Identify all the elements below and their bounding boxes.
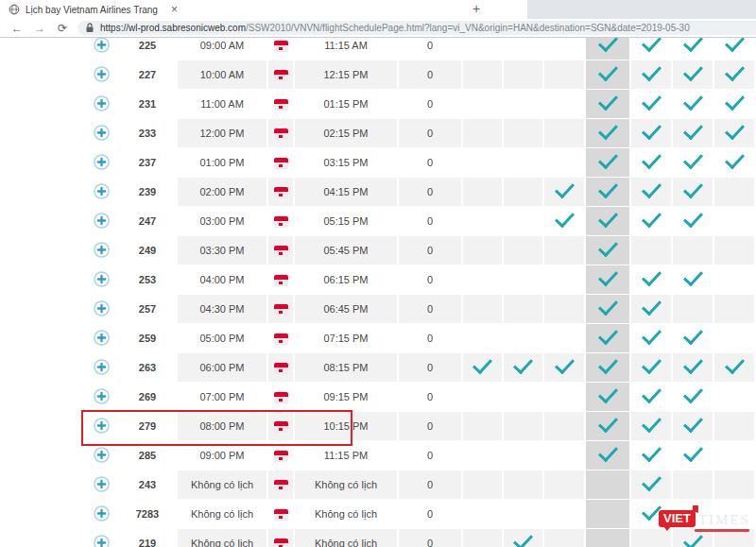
stops-count: 0 — [399, 119, 461, 147]
globe-favicon-icon — [9, 4, 20, 15]
airline-logo-icon — [274, 128, 288, 140]
flight-number: 7283 — [119, 500, 176, 528]
flight-number: 231 — [119, 90, 176, 118]
availability-cell — [673, 60, 713, 89]
expand-button[interactable] — [85, 412, 117, 440]
availability-cell — [714, 324, 754, 352]
airline-logo-icon — [274, 70, 288, 81]
availability-cell — [714, 38, 754, 60]
departure-time: 12:00 PM — [178, 119, 266, 147]
flight-number: 269 — [119, 383, 176, 411]
tab-close-icon[interactable]: × — [171, 4, 178, 15]
airline-logo-icon — [274, 158, 288, 169]
checkmark-icon — [641, 442, 661, 462]
availability-cell — [631, 383, 671, 411]
availability-cell — [586, 500, 629, 528]
checkmark-icon — [513, 530, 533, 547]
expand-button[interactable] — [85, 60, 117, 89]
expand-button[interactable] — [85, 295, 117, 323]
address-bar[interactable]: https://wl-prod.sabresonicweb.com/SSW201… — [77, 21, 756, 35]
availability-cell — [673, 412, 713, 440]
airline-logo-icon — [268, 207, 293, 235]
availability-cell — [544, 265, 584, 294]
expand-button[interactable] — [85, 441, 117, 470]
availability-cell — [631, 90, 671, 118]
arrival-time: 03:15 PM — [295, 148, 397, 177]
availability-cell — [714, 383, 754, 411]
checkmark-icon — [641, 296, 661, 316]
flight-schedule-page: 22509:00 AM11:15 AM022710:00 AM12:15 PM0… — [0, 38, 756, 547]
expand-button[interactable] — [85, 90, 117, 118]
stops-count: 0 — [399, 324, 461, 352]
stops-count: 0 — [399, 383, 461, 411]
airline-logo-icon — [274, 99, 288, 111]
checkmark-icon — [682, 149, 702, 169]
airline-logo-icon — [274, 41, 288, 52]
flight-row-7283: 7283Không có lịchKhông có lịch0 — [85, 500, 754, 528]
availability-cell — [631, 60, 671, 89]
checkmark-icon — [597, 384, 617, 403]
flight-row-285: 28509:00 PM11:15 PM0 — [85, 441, 754, 470]
availability-cell — [714, 236, 754, 265]
stops-count: 0 — [399, 500, 461, 528]
availability-cell — [586, 60, 629, 89]
checkmark-icon — [554, 354, 574, 374]
expand-button[interactable] — [85, 148, 117, 177]
airline-logo-icon — [274, 451, 288, 462]
availability-cell — [504, 178, 542, 206]
airline-logo-icon — [268, 470, 293, 499]
forward-button[interactable]: → — [28, 22, 51, 35]
availability-cell — [631, 470, 671, 499]
airline-logo-icon — [268, 38, 293, 60]
checkmark-icon — [682, 61, 702, 81]
expand-button[interactable] — [85, 119, 117, 147]
expand-button[interactable] — [85, 500, 117, 528]
checkmark-icon — [641, 149, 661, 169]
availability-cell — [504, 383, 542, 411]
availability-cell — [714, 207, 754, 235]
expand-button[interactable] — [85, 265, 117, 294]
expand-button[interactable] — [85, 178, 117, 206]
availability-cell — [463, 441, 502, 470]
expand-button[interactable] — [85, 324, 117, 352]
availability-cell — [463, 353, 502, 382]
availability-cell — [544, 207, 584, 235]
plus-icon — [94, 505, 110, 521]
flight-number: 259 — [119, 324, 176, 352]
availability-cell — [714, 148, 754, 177]
airline-logo-icon — [274, 538, 288, 547]
expand-button[interactable] — [85, 470, 117, 499]
plus-icon — [94, 388, 110, 404]
expand-button[interactable] — [85, 353, 117, 382]
back-button[interactable]: ← — [6, 22, 28, 35]
expand-button[interactable] — [85, 529, 117, 547]
availability-cell — [714, 441, 754, 470]
availability-cell — [673, 353, 713, 382]
expand-button[interactable] — [85, 236, 117, 265]
availability-cell — [544, 324, 584, 352]
plus-icon — [94, 535, 110, 547]
checkmark-icon — [597, 179, 617, 198]
airline-logo-icon — [268, 178, 293, 206]
availability-cell — [673, 38, 713, 60]
flight-row-239: 23902:00 PM04:15 PM0 — [85, 178, 754, 206]
browser-tab[interactable]: Lịch bay Vietnam Airlines Trang × — [0, 0, 387, 19]
stops-count: 0 — [399, 148, 461, 177]
availability-cell — [673, 148, 713, 177]
plus-icon — [94, 330, 110, 346]
new-tab-button[interactable]: + — [472, 1, 480, 16]
expand-button[interactable] — [85, 383, 117, 411]
flight-row-279: 27908:00 PM10:15 PM0 — [85, 412, 754, 440]
availability-cell — [504, 295, 542, 323]
flight-number: 227 — [119, 60, 176, 89]
expand-button[interactable] — [85, 38, 117, 60]
availability-cell — [673, 383, 713, 411]
airline-logo-icon — [268, 383, 293, 411]
availability-cell — [714, 470, 754, 499]
refresh-button[interactable]: ⟳ — [51, 22, 74, 35]
departure-time: 04:30 PM — [178, 295, 266, 323]
airline-logo-icon — [268, 119, 293, 147]
availability-cell — [673, 236, 713, 265]
checkmark-icon — [641, 325, 661, 345]
expand-button[interactable] — [85, 207, 117, 235]
